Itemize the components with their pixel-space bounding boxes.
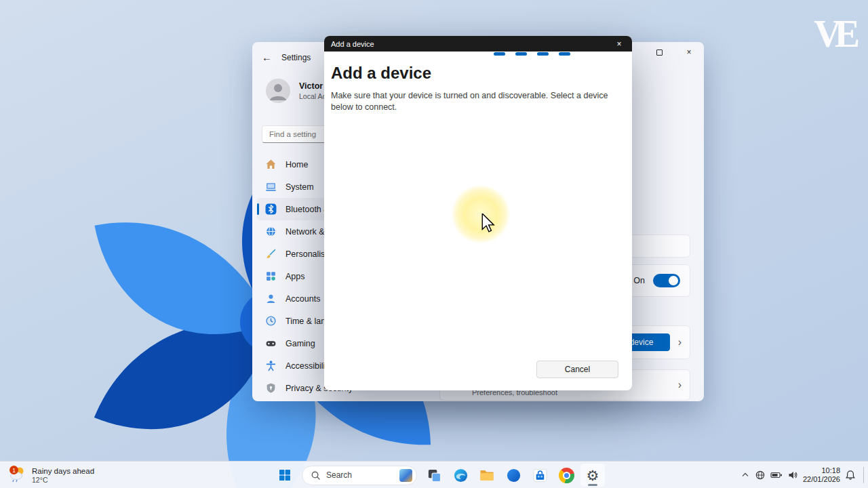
accounts-icon — [265, 293, 277, 304]
close-button[interactable]: × — [674, 42, 704, 62]
file-explorer-button[interactable] — [475, 464, 499, 487]
mouse-cursor — [481, 214, 496, 232]
task-view-icon — [427, 468, 442, 483]
network-icon — [265, 226, 277, 237]
toggle-state-label: On — [633, 276, 645, 285]
dialog-titlebar: Add a device × — [324, 36, 632, 52]
taskbar: 1 Rainy days ahead 12°C Search — [0, 461, 868, 488]
sidebar-label: Gaming — [285, 339, 315, 348]
window-title: Settings — [281, 53, 311, 62]
chrome-icon — [559, 468, 574, 483]
task-view-button[interactable] — [422, 464, 446, 487]
maximize-icon — [656, 49, 663, 56]
shield-icon — [265, 382, 277, 394]
dialog-description: Make sure that your device is turned on … — [324, 90, 625, 113]
tray-date: 22/01/2026 — [803, 475, 840, 484]
gaming-icon — [265, 338, 277, 349]
file-explorer-icon — [479, 467, 495, 483]
dialog-title: Add a device — [331, 40, 374, 48]
weather-widget[interactable]: 1 Rainy days ahead 12°C — [3, 463, 100, 487]
search-icon — [311, 470, 321, 481]
sidebar-label: Home — [285, 160, 308, 169]
sidebar-label: Apps — [285, 272, 305, 281]
personalisation-icon — [265, 248, 277, 260]
tray-time: 10:18 — [803, 466, 840, 475]
start-button[interactable] — [273, 464, 297, 487]
show-desktop-button[interactable] — [863, 467, 865, 483]
chrome-button[interactable] — [554, 464, 578, 487]
cancel-button[interactable]: Cancel — [536, 361, 618, 378]
bluetooth-icon — [265, 203, 277, 215]
blue-app-button[interactable] — [501, 464, 526, 487]
sidebar-label: Accounts — [285, 294, 320, 304]
windows-start-icon — [279, 469, 291, 481]
search-label: Search — [326, 470, 394, 480]
chevron-right-icon: › — [678, 337, 682, 348]
weather-headline: Rainy days ahead — [32, 467, 94, 475]
clock-widget[interactable]: 10:18 22/01/2026 — [803, 466, 840, 484]
weather-temperature: 12°C — [32, 476, 94, 484]
edge-browser-button[interactable] — [448, 464, 473, 487]
home-icon — [265, 159, 277, 170]
dialog-close-button[interactable]: × — [606, 36, 632, 52]
dialog-heading: Add a device — [324, 64, 632, 83]
bluetooth-toggle[interactable] — [653, 274, 680, 287]
network-globe-icon[interactable] — [755, 470, 766, 481]
progress-dot — [559, 52, 570, 56]
store-icon — [532, 468, 548, 483]
battery-icon[interactable] — [770, 470, 783, 480]
accessibility-icon — [265, 360, 277, 371]
system-icon — [265, 181, 277, 192]
apps-icon — [265, 270, 277, 282]
progress-dot — [494, 52, 505, 56]
edge-icon — [453, 468, 469, 483]
taskbar-search[interactable]: Search — [302, 466, 417, 485]
gear-icon: ⚙ — [587, 468, 599, 483]
ve-watermark-logo: VE — [814, 12, 853, 56]
progress-dot — [537, 52, 549, 56]
settings-app-button[interactable]: ⚙ — [580, 464, 605, 487]
back-button[interactable]: ← — [262, 52, 272, 63]
maximize-button[interactable] — [644, 42, 674, 62]
searching-progress-indicator — [324, 52, 632, 57]
volume-icon[interactable] — [787, 470, 798, 481]
chevron-right-icon: › — [678, 380, 682, 390]
clock-icon — [265, 315, 277, 327]
search-highlight-icon[interactable] — [399, 469, 412, 482]
sidebar-label: System — [285, 182, 314, 192]
blue-app-icon — [506, 468, 521, 483]
notification-badge: 1 — [9, 466, 18, 474]
notification-bell-icon[interactable] — [845, 470, 856, 481]
progress-dot — [515, 52, 527, 56]
avatar — [266, 79, 290, 103]
store-button[interactable] — [528, 464, 552, 487]
hidden-icons-chevron[interactable] — [741, 470, 750, 480]
